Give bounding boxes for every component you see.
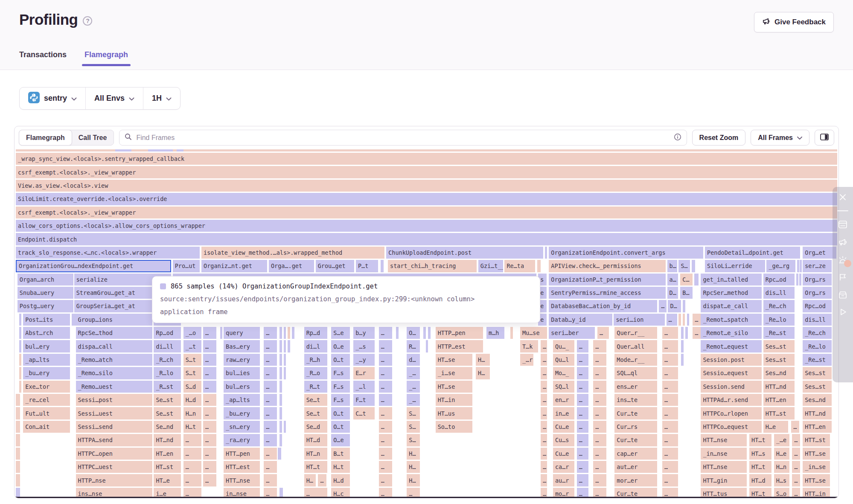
flame-cell[interactable] (279, 327, 282, 339)
flame-cell[interactable]: a… (667, 274, 678, 286)
flame-cell[interactable]: Cu…e (553, 448, 574, 460)
flame-cell[interactable]: … (577, 367, 588, 379)
flame-cell[interactable]: … (264, 354, 277, 366)
flame-cell[interactable]: b…y (353, 327, 375, 339)
flame-cell[interactable] (510, 327, 513, 339)
flame-cell[interactable]: mor…er (614, 474, 657, 486)
flame-cell[interactable]: … (379, 474, 392, 486)
flame-cell[interactable] (279, 381, 282, 393)
flame-cell[interactable]: Se…st (154, 407, 181, 419)
flame-cell[interactable]: … (203, 407, 216, 419)
flame-cell[interactable]: … (379, 327, 392, 339)
flame-cell[interactable]: Snuba…uery (17, 287, 73, 299)
flame-cell[interactable]: di…l (304, 340, 327, 352)
flame-cell[interactable]: Org…rs (803, 287, 831, 299)
flame-cell[interactable]: HT…t (749, 461, 771, 473)
flame-cell[interactable] (16, 461, 20, 473)
flame-cell[interactable]: HT…t (749, 434, 771, 446)
flame-cell[interactable]: HTT…se (803, 448, 830, 460)
flame-cell[interactable]: H…e (774, 448, 790, 460)
flame-cell[interactable]: … (662, 340, 678, 352)
flame-cell[interactable] (16, 474, 20, 486)
flame-cell[interactable]: … (379, 340, 392, 352)
flame-cell[interactable]: … (183, 448, 201, 460)
flag-icon[interactable] (838, 273, 847, 281)
flame-cell[interactable] (284, 354, 286, 366)
flame-cell[interactable] (800, 260, 802, 272)
flame-cell[interactable] (537, 260, 541, 272)
time-range-selector[interactable]: 1H (143, 87, 180, 109)
flame-cell[interactable]: O…t (331, 421, 350, 433)
alarm-icon[interactable] (838, 255, 847, 264)
flame-cell[interactable]: H…d (183, 394, 201, 406)
flame-cell[interactable]: Abst…rch (23, 327, 70, 339)
flame-cell[interactable]: O…e (331, 434, 350, 446)
flame-cell[interactable]: _Remot…e_silo (701, 327, 761, 339)
flame-cell[interactable] (220, 327, 222, 339)
flame-cell[interactable]: … (577, 394, 588, 406)
flame-cell[interactable]: HTT…nse (701, 461, 747, 473)
flame-cell[interactable]: ChunkUploadEndpoint.post (386, 247, 543, 259)
flame-cell[interactable]: B…t (331, 448, 350, 460)
flame-cell[interactable]: … (183, 474, 201, 486)
flame-cell[interactable]: … (792, 474, 800, 486)
flame-cell[interactable]: _i…se (436, 367, 473, 379)
flame-cell[interactable]: F…t (353, 394, 375, 406)
flame-cell[interactable]: _…y (353, 354, 375, 366)
flame-cell[interactable]: HT…nd (154, 434, 181, 446)
flame-cell[interactable] (423, 327, 426, 339)
toggle-panel-button[interactable] (815, 130, 834, 146)
flame-cell[interactable] (279, 367, 282, 379)
flame-cell[interactable] (19, 354, 22, 366)
flame-cell[interactable]: Exe…tor (23, 381, 70, 393)
flame-cell[interactable]: H…t (183, 421, 201, 433)
flame-cell[interactable]: O…t (331, 354, 350, 366)
flame-cell[interactable]: _Remo…atch (76, 354, 152, 366)
flame-cell[interactable]: _ap…lts (23, 354, 70, 366)
flame-cell[interactable]: … (379, 381, 392, 393)
find-frames-search[interactable] (119, 130, 687, 146)
flame-cell[interactable]: HTT…se (803, 474, 830, 486)
flame-cell[interactable]: … (264, 394, 277, 406)
help-icon[interactable]: ? (83, 16, 92, 26)
flame-cell[interactable]: … (203, 327, 216, 339)
flame-cell[interactable] (16, 434, 20, 446)
flame-cell[interactable]: _wrap_sync_view.<locals>.sentry_wrapped_… (16, 153, 837, 165)
flame-cell[interactable]: C…t (353, 407, 375, 419)
flame-cell[interactable]: … (379, 407, 392, 419)
flame-cell[interactable] (19, 327, 22, 339)
flame-cell[interactable]: _ra…ery (224, 434, 260, 446)
flame-cell[interactable]: H…s (774, 474, 790, 486)
flame-cell[interactable]: F…s (331, 367, 350, 379)
flame-cell[interactable]: … (541, 474, 547, 486)
flame-cell[interactable] (428, 327, 431, 339)
flame-cell[interactable]: … (593, 381, 606, 393)
flame-cell[interactable]: … (541, 394, 547, 406)
flame-cell[interactable]: … (203, 367, 216, 379)
flame-cell[interactable]: HT…d (749, 474, 771, 486)
flame-cell[interactable]: _Remot…spatch (701, 314, 761, 326)
flame-cell[interactable]: HTTPA…send (76, 434, 152, 446)
tab-transactions[interactable]: Transactions (19, 50, 67, 66)
flame-cell[interactable]: _R…h (304, 354, 327, 366)
flame-cell[interactable]: … (792, 434, 800, 446)
flame-cell[interactable]: … (541, 434, 547, 446)
flame-cell[interactable]: raw…ery (224, 354, 260, 366)
flame-cell[interactable]: Mu…se (520, 327, 547, 339)
flame-cell[interactable]: ser…ze (803, 260, 831, 272)
flame-cell[interactable] (279, 354, 282, 366)
flame-cell[interactable]: … (577, 407, 588, 419)
flame-cell[interactable]: dis…ll (763, 287, 795, 299)
flame-cell[interactable]: _…o (183, 327, 201, 339)
flame-cell[interactable]: So…to (436, 421, 473, 433)
flame-cell[interactable]: … (203, 394, 216, 406)
flame-cell[interactable] (288, 327, 290, 339)
flame-cell[interactable]: bul…ies (224, 367, 260, 379)
flame-cell[interactable]: Cur…te (614, 434, 657, 446)
flame-cell[interactable]: … (593, 474, 606, 486)
flame-cell[interactable]: HTTPCo…rlopen (701, 407, 761, 419)
flame-cell[interactable] (279, 394, 282, 406)
flame-cell[interactable]: … (593, 367, 606, 379)
flame-cell[interactable]: RpcSe…thod (76, 327, 152, 339)
flame-cell[interactable] (284, 421, 286, 433)
